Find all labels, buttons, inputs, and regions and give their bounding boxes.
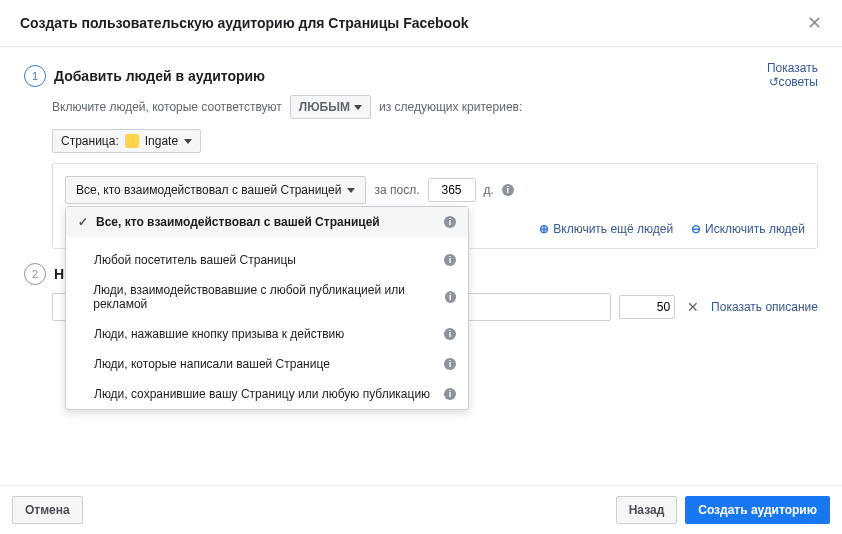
include-text-after: из следующих критериев: <box>379 100 522 114</box>
info-icon[interactable]: i <box>444 254 456 266</box>
action-dropdown-label: Все, кто взаимодействовал с вашей Страни… <box>76 183 341 197</box>
modal-body: Показать ↻советы 1 Добавить людей в ауди… <box>0 47 842 321</box>
exclude-link[interactable]: ⊖Исключить людей <box>691 222 805 236</box>
info-icon[interactable]: i <box>444 216 456 228</box>
menu-item-0[interactable]: ✓Все, кто взаимодействовал с вашей Стран… <box>66 207 468 237</box>
back-button[interactable]: Назад <box>616 496 678 524</box>
step2-badge: 2 <box>24 263 46 285</box>
step2-title: Н <box>54 266 64 282</box>
match-mode-dropdown[interactable]: ЛЮБЫМ <box>290 95 371 119</box>
panel-actions: ⊕Включить ещё людей ⊖Исключить людей <box>539 222 805 236</box>
chevron-down-icon <box>184 139 192 144</box>
criteria-panel: Все, кто взаимодействовал с вашей Страни… <box>52 163 818 249</box>
step1-header: 1 Добавить людей в аудиторию <box>24 65 818 87</box>
info-icon[interactable]: i <box>502 184 514 196</box>
in-last-label: за посл. <box>374 183 419 197</box>
info-icon[interactable]: i <box>444 358 456 370</box>
modal: Создать пользовательскую аудиторию для С… <box>0 0 842 534</box>
days-input[interactable] <box>428 178 476 202</box>
menu-item-1[interactable]: Любой посетитель вашей Страницы i <box>66 245 468 275</box>
menu-item-label: Люди, взаимодействовавшие с любой публик… <box>93 283 444 311</box>
modal-header: Создать пользовательскую аудиторию для С… <box>0 0 842 47</box>
menu-item-label: Люди, которые написали вашей Странице <box>94 357 330 371</box>
menu-item-label: Люди, нажавшие кнопку призыва к действию <box>94 327 344 341</box>
chevron-down-icon <box>347 188 355 193</box>
chevron-down-icon <box>354 105 362 110</box>
cancel-button[interactable]: Отмена <box>12 496 83 524</box>
menu-item-label: Все, кто взаимодействовал с вашей Страни… <box>96 215 380 229</box>
exclude-label: Исключить людей <box>705 222 805 236</box>
refresh-icon: ↻ <box>769 75 779 89</box>
include-more-link[interactable]: ⊕Включить ещё людей <box>539 222 673 236</box>
criteria-row: Все, кто взаимодействовал с вашей Страни… <box>65 176 805 204</box>
menu-item-2[interactable]: Люди, взаимодействовавшие с любой публик… <box>66 275 468 319</box>
menu-item-4[interactable]: Люди, которые написали вашей Странице i <box>66 349 468 379</box>
include-more-label: Включить ещё людей <box>553 222 673 236</box>
show-tips-line1: Показать <box>767 61 818 75</box>
clear-icon[interactable]: ✕ <box>683 297 703 317</box>
show-tips-line2: советы <box>779 75 818 89</box>
include-description: Включите людей, которые соответствуют ЛЮ… <box>52 95 818 119</box>
info-icon[interactable]: i <box>444 388 456 400</box>
menu-item-label: Любой посетитель вашей Страницы <box>94 253 296 267</box>
modal-title: Создать пользовательскую аудиторию для С… <box>20 15 469 31</box>
check-icon: ✓ <box>78 215 88 229</box>
info-icon[interactable]: i <box>444 328 456 340</box>
menu-item-label: Люди, сохранившие вашу Страницу или любу… <box>94 387 430 401</box>
action-dropdown[interactable]: Все, кто взаимодействовал с вашей Страни… <box>65 176 366 204</box>
show-tips-link[interactable]: Показать ↻советы <box>767 61 818 89</box>
page-avatar <box>125 134 139 148</box>
menu-item-5[interactable]: Люди, сохранившие вашу Страницу или любу… <box>66 379 468 409</box>
action-dropdown-menu: ✓Все, кто взаимодействовал с вашей Стран… <box>65 206 469 410</box>
minus-icon: ⊖ <box>691 222 701 236</box>
step1-badge: 1 <box>24 65 46 87</box>
limit-input[interactable] <box>619 295 675 319</box>
info-icon[interactable]: i <box>445 291 456 303</box>
days-suffix: д. <box>484 183 494 197</box>
step1-title: Добавить людей в аудиторию <box>54 68 265 84</box>
include-text-before: Включите людей, которые соответствуют <box>52 100 282 114</box>
match-mode-label: ЛЮБЫМ <box>299 100 350 114</box>
close-icon[interactable]: ✕ <box>807 14 822 32</box>
show-description-link[interactable]: Показать описание <box>711 300 818 314</box>
modal-footer: Отмена Назад Создать аудиторию <box>0 485 842 534</box>
menu-item-3[interactable]: Люди, нажавшие кнопку призыва к действию… <box>66 319 468 349</box>
page-selector[interactable]: Страница: Ingate <box>52 129 201 153</box>
create-audience-button[interactable]: Создать аудиторию <box>685 496 830 524</box>
page-name: Ingate <box>145 134 178 148</box>
plus-icon: ⊕ <box>539 222 549 236</box>
page-label: Страница: <box>61 134 119 148</box>
